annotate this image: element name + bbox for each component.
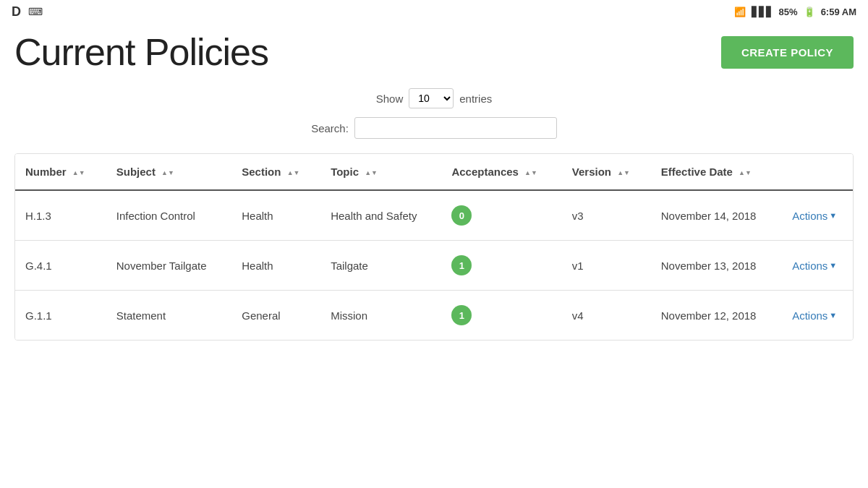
cell-acceptances: 0 [441,190,561,241]
voicemail-icon: ⌨ [28,6,43,17]
battery-icon: 🔋 [804,7,815,17]
col-acceptances: Acceptances ▲▼ [441,154,561,190]
sort-acceptances-icon[interactable]: ▲▼ [524,170,537,176]
entries-label: entries [459,93,492,105]
table-header-row: Number ▲▼ Subject ▲▼ Section ▲▼ Topic ▲▼ [15,154,853,190]
col-actions [782,154,853,190]
search-row: Search: [311,117,557,139]
sort-subject-icon[interactable]: ▲▼ [161,170,174,176]
entries-select[interactable]: 10 25 50 100 [409,88,454,108]
table-row: H.1.3 Infection Control Health Health an… [15,190,853,241]
chevron-down-icon: ▼ [829,211,837,220]
show-label: Show [376,93,404,105]
acceptances-badge: 0 [451,205,472,226]
cell-version: v1 [562,241,651,291]
status-bar-left: D ⌨ [12,4,43,20]
chevron-down-icon: ▼ [829,311,837,320]
actions-dropdown-button[interactable]: Actions ▼ [792,309,846,322]
col-section: Section ▲▼ [231,154,320,190]
sort-date-icon[interactable]: ▲▼ [739,170,752,176]
col-effective-date: Effective Date ▲▼ [651,154,782,190]
cell-acceptances: 1 [441,241,561,291]
cell-subject: Infection Control [106,190,232,241]
search-label: Search: [311,122,349,134]
cell-acceptances: 1 [441,291,561,341]
app-logo: D [12,4,21,20]
actions-dropdown-button[interactable]: Actions ▼ [792,210,846,222]
cell-effective-date: November 14, 2018 [651,190,782,241]
cell-effective-date: November 13, 2018 [651,241,782,291]
battery-percent: 85% [779,7,798,17]
cell-section: Health [231,241,320,291]
search-input[interactable] [354,117,557,139]
main-content: Current Policies CREATE POLICY Show 10 2… [0,23,868,341]
cell-actions: Actions ▼ [782,291,853,341]
cell-actions: Actions ▼ [782,241,853,291]
sort-section-icon[interactable]: ▲▼ [287,170,300,176]
signal-strength: ▋▋▋ [752,7,773,17]
cell-topic: Tailgate [320,241,441,291]
status-bar: D ⌨ 📶 ▋▋▋ 85% 🔋 6:59 AM [0,0,868,23]
clock: 6:59 AM [821,7,856,17]
chevron-down-icon: ▼ [829,261,837,270]
cell-section: General [231,291,320,341]
sort-number-icon[interactable]: ▲▼ [72,170,85,176]
col-number: Number ▲▼ [15,154,106,190]
page-header: Current Policies CREATE POLICY [14,30,854,74]
create-policy-button[interactable]: CREATE POLICY [721,36,854,69]
col-version: Version ▲▼ [562,154,651,190]
cell-version: v4 [562,291,651,341]
sort-version-icon[interactable]: ▲▼ [617,170,630,176]
cell-number: G.4.1 [15,241,106,291]
show-entries-row: Show 10 25 50 100 entries [376,88,493,108]
cell-section: Health [231,190,320,241]
cell-actions: Actions ▼ [782,190,853,241]
cell-effective-date: November 12, 2018 [651,291,782,341]
page-title: Current Policies [14,30,268,74]
actions-dropdown-button[interactable]: Actions ▼ [792,260,846,272]
cell-topic: Mission [320,291,441,341]
cell-version: v3 [562,190,651,241]
cell-number: G.1.1 [15,291,106,341]
cell-number: H.1.3 [15,190,106,241]
policies-table: Number ▲▼ Subject ▲▼ Section ▲▼ Topic ▲▼ [15,154,853,340]
acceptances-badge: 1 [451,305,472,325]
table-controls: Show 10 25 50 100 entries Search: [14,88,854,139]
policies-table-container: Number ▲▼ Subject ▲▼ Section ▲▼ Topic ▲▼ [14,153,854,341]
cell-subject: November Tailgate [106,241,232,291]
col-subject: Subject ▲▼ [106,154,232,190]
cell-subject: Statement [106,291,232,341]
cell-topic: Health and Safety [320,190,441,241]
table-row: G.4.1 November Tailgate Health Tailgate … [15,241,853,291]
wifi-icon: 📶 [734,7,746,17]
col-topic: Topic ▲▼ [320,154,441,190]
sort-topic-icon[interactable]: ▲▼ [365,170,378,176]
status-bar-right: 📶 ▋▋▋ 85% 🔋 6:59 AM [734,7,856,17]
acceptances-badge: 1 [451,255,472,275]
table-row: G.1.1 Statement General Mission 1 v4 Nov… [15,291,853,341]
